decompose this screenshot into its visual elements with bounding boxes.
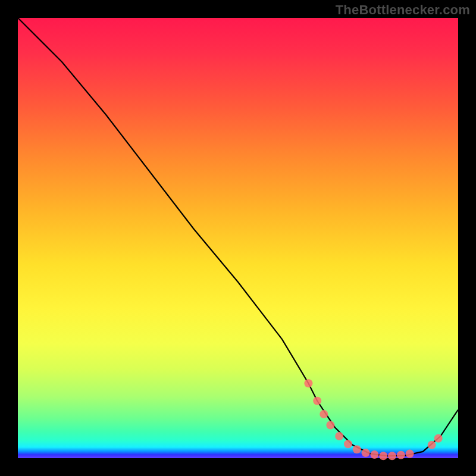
curve-marker [362,449,370,457]
curve-marker [304,379,312,387]
chart-root: TheBottlenecker.com [0,0,476,476]
plot-area [18,18,458,458]
curve-marker [397,451,405,459]
curve-layer [18,18,458,458]
curve-marker [344,440,352,448]
curve-marker [313,397,321,405]
curve-marker [353,445,361,453]
curve-marker [428,441,436,449]
curve-marker [320,410,328,418]
bottleneck-curve-line [18,18,458,456]
curve-markers [304,379,442,460]
curve-marker [370,450,378,459]
curve-marker [326,421,334,430]
attribution-text: TheBottlenecker.com [336,2,470,18]
curve-marker [434,434,443,443]
curve-marker [335,432,343,440]
curve-marker [388,452,396,460]
curve-marker [406,450,414,458]
curve-marker [379,452,387,460]
